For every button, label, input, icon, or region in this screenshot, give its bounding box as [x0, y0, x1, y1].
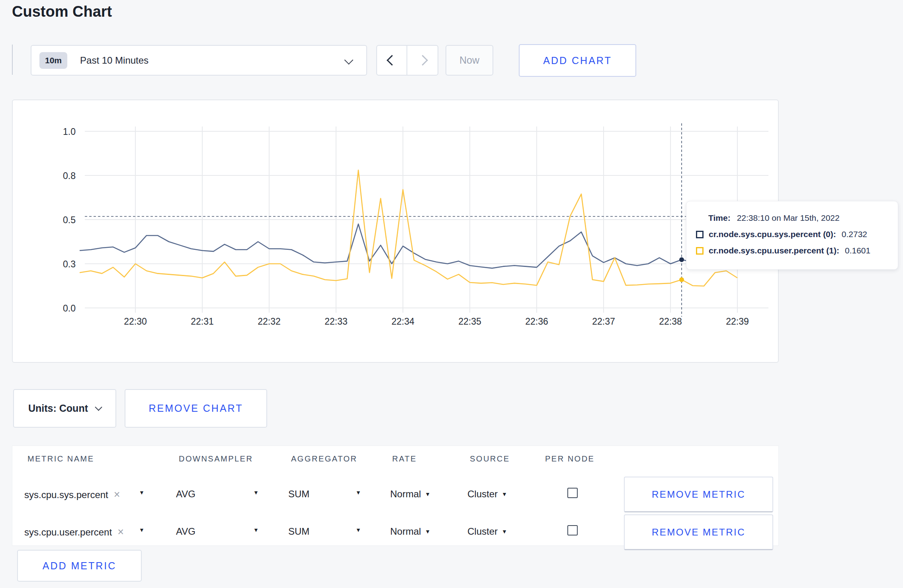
series-line [80, 170, 737, 286]
units-label: Units: Count [28, 403, 88, 414]
column-header-per-node: PER NODE [545, 454, 594, 463]
series-line [80, 224, 737, 268]
chevron-right-icon [417, 55, 428, 66]
metric-name-select[interactable]: sys.cpu.user.percent × [24, 526, 124, 538]
downsampler-caret-icon[interactable]: ▼ [253, 489, 259, 496]
rate-select[interactable]: Normal ▼ [390, 489, 430, 500]
downsampler-select[interactable]: AVG [176, 489, 195, 500]
remove-metric-button[interactable]: REMOVE METRIC [624, 477, 773, 512]
per-node-checkbox[interactable] [567, 525, 578, 535]
chevron-down-icon [95, 403, 102, 411]
column-header-metric-name: METRIC NAME [27, 454, 94, 463]
units-dropdown[interactable]: Units: Count [13, 389, 116, 428]
source-value: Cluster [467, 526, 498, 537]
x-axis-tick-label: 22:30 [124, 316, 147, 327]
source-select[interactable]: Cluster ▼ [467, 489, 507, 500]
tooltip-series-label: cr.node.sys.cpu.sys.percent (0): [709, 230, 836, 239]
remove-chart-button[interactable]: REMOVE CHART [125, 389, 267, 428]
x-axis-tick-label: 22:34 [391, 316, 414, 327]
remove-metric-button[interactable]: REMOVE METRIC [624, 514, 773, 550]
next-interval-button[interactable] [407, 46, 438, 75]
per-node-checkbox[interactable] [567, 488, 578, 498]
column-header-aggregator: AGGREGATOR [291, 454, 358, 463]
tooltip-time-value: 22:38:10 on Mar 15th, 2022 [737, 213, 840, 223]
previous-interval-button[interactable] [377, 46, 407, 75]
time-step-buttons [376, 45, 438, 76]
rate-value: Normal [390, 526, 421, 537]
rate-value: Normal [390, 489, 421, 500]
y-axis-tick-label: 0.5 [63, 215, 76, 225]
crosshair-dot [679, 277, 684, 282]
tooltip-series-value: 0.2732 [842, 230, 867, 239]
chevron-left-icon [387, 55, 397, 66]
downsampler-select[interactable]: AVG [176, 526, 195, 537]
x-axis-tick-label: 22:38 [659, 316, 682, 327]
toolbar-divider [12, 45, 13, 75]
clear-metric-icon[interactable]: × [117, 526, 124, 538]
aggregator-select[interactable]: SUM [288, 489, 309, 500]
source-select[interactable]: Cluster ▼ [467, 526, 507, 537]
chart-tooltip: Time: 22:38:10 on Mar 15th, 2022 cr.node… [686, 201, 898, 270]
y-axis-tick-label: 1.0 [63, 127, 76, 137]
tooltip-series-label: cr.node.sys.cpu.user.percent (1): [709, 246, 839, 255]
y-axis-tick-label: 0.3 [63, 259, 76, 269]
tooltip-series-row: cr.node.sys.cpu.user.percent (1): 0.1601 [696, 246, 898, 255]
y-axis-tick-label: 0.8 [63, 171, 76, 181]
series-swatch-icon [696, 231, 704, 238]
tooltip-time-row: Time: 22:38:10 on Mar 15th, 2022 [696, 213, 898, 223]
aggregator-caret-icon[interactable]: ▼ [356, 489, 361, 496]
aggregator-caret-icon[interactable]: ▼ [356, 527, 361, 533]
tooltip-series-row: cr.node.sys.cpu.sys.percent (0): 0.2732 [696, 230, 898, 239]
column-header-rate: RATE [392, 454, 417, 463]
x-axis-tick-label: 22:39 [726, 316, 749, 327]
x-axis-tick-label: 22:37 [592, 316, 615, 327]
series-swatch-icon [696, 247, 704, 255]
x-axis-tick-label: 22:36 [525, 316, 548, 327]
tooltip-series-value: 0.1601 [845, 246, 870, 255]
column-header-source: SOURCE [470, 454, 510, 463]
metric-name-value: sys.cpu.user.percent [24, 527, 112, 538]
x-axis-tick-label: 22:31 [191, 316, 214, 327]
crosshair-dot [679, 257, 684, 262]
clear-metric-icon[interactable]: × [114, 489, 120, 501]
metric-name-select[interactable]: sys.cpu.sys.percent × [24, 489, 120, 501]
y-axis-tick-label: 0.0 [63, 303, 76, 313]
x-axis-tick-label: 22:32 [258, 316, 281, 327]
tooltip-time-label: Time: [708, 213, 731, 223]
page-title: Custom Chart [12, 3, 112, 20]
rate-select[interactable]: Normal ▼ [390, 526, 430, 537]
time-range-badge: 10m [39, 52, 67, 69]
column-header-downsampler: DOWNSAMPLER [179, 454, 253, 463]
source-value: Cluster [467, 489, 498, 500]
add-chart-button[interactable]: ADD CHART [519, 44, 636, 77]
add-metric-button[interactable]: ADD METRIC [17, 550, 142, 582]
chevron-down-icon [344, 56, 354, 65]
x-axis-tick-label: 22:35 [458, 316, 481, 327]
metric-name-value: sys.cpu.sys.percent [24, 489, 108, 500]
time-range-dropdown[interactable]: 10m Past 10 Minutes [31, 45, 367, 76]
aggregator-select[interactable]: SUM [288, 526, 309, 537]
time-range-label: Past 10 Minutes [80, 55, 149, 66]
now-button[interactable]: Now [446, 45, 493, 76]
downsampler-caret-icon[interactable]: ▼ [253, 527, 259, 533]
metric-name-caret-icon[interactable]: ▼ [139, 527, 145, 533]
x-axis-tick-label: 22:33 [324, 316, 348, 327]
metric-name-caret-icon[interactable]: ▼ [139, 489, 145, 496]
timeseries-chart[interactable]: 1.00.80.50.30.022:3022:3122:3222:3322:34… [12, 99, 779, 363]
